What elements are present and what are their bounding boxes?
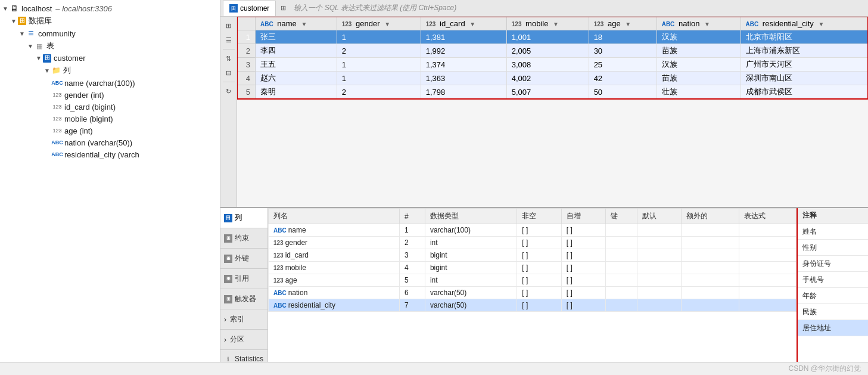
cell-age[interactable]: 42 (589, 72, 657, 85)
col-header-idcard[interactable]: 123 id_card ▼ (421, 17, 506, 30)
cell-name[interactable]: 张三 (256, 30, 337, 44)
cell-mobile[interactable]: 2,005 (506, 44, 589, 58)
sidebar-item-tables[interactable]: ▼ ▦ 表 (0, 39, 220, 52)
sidebar-item-community[interactable]: ▼ ≡ community (0, 27, 220, 39)
sidebar-item-customer[interactable]: ▼ 田 customer (0, 52, 220, 64)
col-autoinc: [ ] (561, 237, 605, 249)
app-container: ▼ 🖥 localhost – localhost:3306 ▼ 田 数据库 ▼… (0, 0, 868, 375)
tab-ref[interactable]: ⊞ 引用 (220, 269, 267, 289)
cell-nation[interactable]: 苗族 (657, 44, 741, 58)
sidebar-item-nation[interactable]: ABC nation (varchar(50)) (0, 137, 220, 148)
cell-mobile[interactable]: 3,008 (506, 58, 589, 72)
tab-fk[interactable]: ⊞ 外键 (220, 249, 267, 269)
sidebar-item-server[interactable]: ▼ 🖥 localhost – localhost:3306 (0, 2, 220, 14)
tab-bar: 田 customer ⊞ 输入一个 SQL 表达式来过滤结果 (使用 Ctrl+… (220, 0, 868, 17)
tab-columns[interactable]: 田 列 (220, 208, 267, 228)
cell-mobile[interactable]: 5,007 (506, 85, 589, 99)
sidebar-item-mobile[interactable]: 123 mobile (bigint) (0, 113, 220, 125)
sidebar-item-databases[interactable]: ▼ 田 数据库 (0, 14, 220, 27)
bottom-panel: 田 列 ⊞ 约束 ⊞ 外键 ⊞ 引用 (220, 207, 868, 362)
cell-nation[interactable]: 苗族 (657, 72, 741, 85)
arrow-icon: ▼ (19, 30, 26, 37)
col-header-age[interactable]: 123 age ▼ (589, 17, 657, 30)
cell-gender[interactable]: 1 (337, 30, 421, 44)
sidebar-item-gender[interactable]: 123 gender (int) (0, 89, 220, 101)
refresh-btn[interactable]: ↻ (222, 85, 235, 98)
cell-idcard[interactable]: 1,374 (421, 58, 506, 72)
columns-table: 列名 # 数据类型 非空 自增 键 默认 额外的 表达式 (268, 208, 797, 312)
cell-residential[interactable]: 上海市浦东新区 (741, 44, 867, 58)
cell-residential[interactable]: 深圳市南山区 (741, 72, 867, 85)
cell-mobile[interactable]: 4,002 (506, 72, 589, 85)
row-number: 3 (238, 58, 256, 72)
filter-btn[interactable]: ⊟ (222, 66, 235, 79)
col-prefix: ABC (273, 227, 287, 234)
cell-name[interactable]: 秦明 (256, 85, 337, 99)
view-grid-btn[interactable]: ⊞ (222, 19, 235, 32)
cell-idcard[interactable]: 1,992 (421, 44, 506, 58)
col-header-nation[interactable]: ABC nation ▼ (657, 17, 741, 30)
tab-statistics[interactable]: ℹ Statistics (220, 350, 267, 362)
cell-name[interactable]: 赵六 (256, 72, 337, 85)
cell-mobile[interactable]: 1,001 (506, 30, 589, 44)
table-row[interactable]: 3王五11,3743,00825汉族广州市天河区 (238, 58, 868, 72)
cell-nation[interactable]: 汉族 (657, 30, 741, 44)
sort-btn[interactable]: ⇅ (222, 52, 235, 65)
customer-tab[interactable]: 田 customer (223, 1, 276, 16)
cell-age[interactable]: 18 (589, 30, 657, 44)
sidebar-item-id-card[interactable]: 123 id_card (bigint) (0, 101, 220, 113)
column-row[interactable]: 123mobile4bigint[ ][ ] (269, 262, 797, 274)
sidebar-item-name[interactable]: ABC name (varchar(100)) (0, 77, 220, 89)
cell-age[interactable]: 30 (589, 44, 657, 58)
arrow-icon: ▼ (11, 18, 18, 24)
cell-residential[interactable]: 北京市朝阳区 (741, 30, 867, 44)
col-num: 7 (399, 299, 425, 312)
tab-index[interactable]: › 索引 (220, 309, 267, 330)
column-row[interactable]: 123age5int[ ][ ] (269, 274, 797, 287)
cell-idcard[interactable]: 1,381 (421, 30, 506, 44)
col-header-name[interactable]: ABC name ▼ (256, 17, 337, 30)
column-row[interactable]: 123gender2int[ ][ ] (269, 237, 797, 249)
columns-table-wrapper: 列名 # 数据类型 非空 自增 键 默认 额外的 表达式 (268, 208, 797, 362)
sort-icon: ▼ (469, 21, 475, 27)
sql-filter-input[interactable]: 输入一个 SQL 表达式来过滤结果 (使用 Ctrl+Space) (289, 3, 866, 13)
cell-nation[interactable]: 汉族 (657, 58, 741, 72)
view-list-btn[interactable]: ☰ (222, 33, 235, 47)
cell-nation[interactable]: 壮族 (657, 85, 741, 99)
cell-gender[interactable]: 2 (337, 85, 421, 99)
table-row[interactable]: 4赵六11,3634,00242苗族深圳市南山区 (238, 72, 868, 85)
cell-idcard[interactable]: 1,798 (421, 85, 506, 99)
cell-residential[interactable]: 广州市天河区 (741, 58, 867, 72)
col-header-mobile[interactable]: 123 mobile ▼ (506, 17, 589, 30)
db-icon: 田 (18, 17, 26, 25)
tab-partition[interactable]: › 分区 (220, 330, 267, 350)
cell-residential[interactable]: 成都市武侯区 (741, 85, 867, 99)
table-row[interactable]: 2李四21,9922,00530苗族上海市浦东新区 (238, 44, 868, 58)
table-row[interactable]: 5秦明21,7985,00750壮族成都市武侯区 (238, 85, 868, 99)
cell-name[interactable]: 王五 (256, 58, 337, 72)
cell-gender[interactable]: 1 (337, 58, 421, 72)
header-num: # (399, 209, 425, 224)
sidebar-item-residential-city[interactable]: ABC residential_city (varch (0, 148, 220, 160)
sidebar-item-col-folder[interactable]: ▼ 📁 列 (0, 64, 220, 77)
col-name-text: nation (288, 289, 308, 297)
cell-idcard[interactable]: 1,363 (421, 72, 506, 85)
column-row[interactable]: ABCname1varchar(100)[ ][ ] (269, 224, 797, 237)
col-gender-label: gender (int) (64, 91, 104, 100)
column-row[interactable]: ABCresidential_city7varchar(50)[ ][ ] (269, 299, 797, 312)
cell-name[interactable]: 李四 (256, 44, 337, 58)
tab-constraints[interactable]: ⊞ 约束 (220, 228, 267, 249)
cell-gender[interactable]: 1 (337, 72, 421, 85)
123-icon: 123 (52, 90, 62, 100)
column-row[interactable]: 123id_card3bigint[ ][ ] (269, 249, 797, 262)
cell-gender[interactable]: 2 (337, 44, 421, 58)
header-expr: 表达式 (739, 209, 796, 224)
sidebar-item-age[interactable]: 123 age (int) (0, 125, 220, 137)
col-header-gender[interactable]: 123 gender ▼ (337, 17, 421, 30)
cell-age[interactable]: 25 (589, 58, 657, 72)
cell-age[interactable]: 50 (589, 85, 657, 99)
col-header-residential[interactable]: ABC residential_city ▼ (741, 17, 867, 30)
table-row[interactable]: 1张三11,3811,00118汉族北京市朝阳区 (238, 30, 868, 44)
tab-trigger[interactable]: ⊞ 触发器 (220, 289, 267, 309)
column-row[interactable]: ABCnation6varchar(50)[ ][ ] (269, 287, 797, 299)
